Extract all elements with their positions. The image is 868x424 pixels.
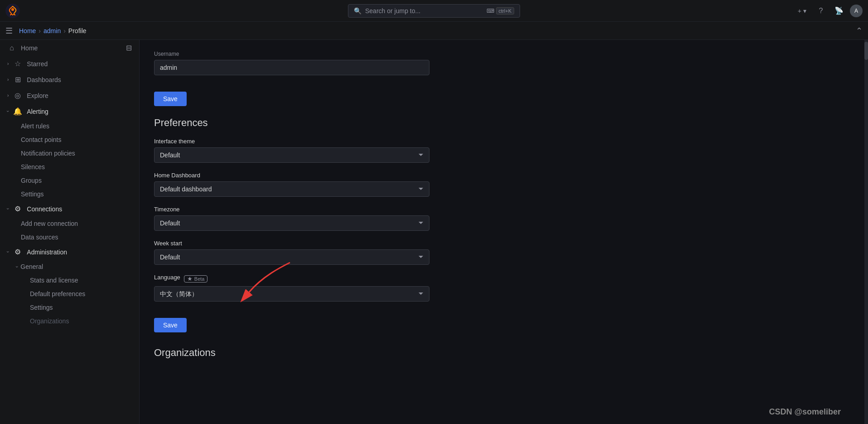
watermark: CSDN @someliber <box>769 407 841 417</box>
week-start-section: Week start Default Monday Saturday Sunda… <box>154 240 854 265</box>
interface-theme-select[interactable]: Default Dark Light <box>154 147 429 163</box>
chevron-alerting: › <box>5 111 10 112</box>
breadcrumb-sep-2: › <box>63 27 66 34</box>
sidebar-item-explore[interactable]: › ◎ Explore <box>0 88 139 103</box>
sidebar-item-home[interactable]: ⌂ Home ⊟ <box>0 40 139 56</box>
sidebar-item-settings-alerting[interactable]: Settings <box>0 187 139 201</box>
sidebar-item-connections[interactable]: › ⚙ Connections <box>0 201 139 217</box>
explore-icon: ◎ <box>13 91 22 100</box>
username-field-container: Username <box>154 51 854 75</box>
language-label-row: Language Beta <box>154 274 854 283</box>
sidebar-item-default-preferences[interactable]: Default preferences <box>0 287 139 301</box>
language-select[interactable]: 中文（简体） Default English Deutsch Español F… <box>154 286 429 302</box>
add-button[interactable]: + ▾ <box>794 5 810 16</box>
help-button[interactable]: ? <box>814 4 828 18</box>
sidebar-label-data-sources: Data sources <box>21 234 58 241</box>
week-start-field: Week start Default Monday Saturday Sunda… <box>154 240 854 265</box>
topbar: 🔍 Search or jump to... ⌨ ctrl+K + ▾ ? 📡 … <box>0 0 868 22</box>
timezone-select[interactable]: Default Browser Time UTC <box>154 215 429 231</box>
timezone-field: Timezone Default Browser Time UTC <box>154 206 854 231</box>
home-dashboard-label: Home Dashboard <box>154 172 854 179</box>
sidebar-item-starred[interactable]: › ☆ Starred <box>0 56 139 72</box>
sidebar-item-general[interactable]: › General <box>0 260 139 273</box>
language-label: Language <box>154 274 180 281</box>
interface-theme-field: Interface theme Default Dark Light <box>154 138 854 163</box>
plus-icon: + <box>798 7 801 15</box>
sidebar: ⌂ Home ⊟ › ☆ Starred › ⊞ Dashboards › ◎ … <box>0 40 140 424</box>
sidebar-label-general: General <box>20 263 43 270</box>
sidebar-label-groups: Groups <box>21 177 42 184</box>
svg-point-1 <box>11 8 14 11</box>
star-icon: ☆ <box>13 59 22 68</box>
username-input[interactable] <box>154 60 429 75</box>
sidebar-item-alert-rules[interactable]: Alert rules <box>0 119 139 133</box>
beta-icon <box>187 276 193 282</box>
sidebar-item-administration[interactable]: › ⚙ Administration <box>0 244 139 260</box>
sidebar-item-organizations[interactable]: Organizations <box>0 314 139 328</box>
add-chevron: ▾ <box>803 7 806 15</box>
breadcrumb-profile: Profile <box>68 27 87 34</box>
sidebar-label-notification-policies: Notification policies <box>21 150 75 157</box>
breadcrumb-home[interactable]: Home <box>19 27 36 34</box>
dashboards-icon: ⊞ <box>13 75 22 84</box>
week-start-select[interactable]: Default Monday Saturday Sunday <box>154 249 429 265</box>
sidebar-label-organizations: Organizations <box>30 317 69 325</box>
save-button-1[interactable]: Save <box>154 92 187 106</box>
sidebar-label-default-preferences: Default preferences <box>30 290 85 297</box>
breadcrumb-admin[interactable]: admin <box>43 27 61 34</box>
sidebar-label-starred: Starred <box>27 60 132 68</box>
main-layout: ⌂ Home ⊟ › ☆ Starred › ⊞ Dashboards › ◎ … <box>0 40 868 424</box>
sidebar-item-data-sources[interactable]: Data sources <box>0 230 139 244</box>
scrollbar-track[interactable] <box>864 40 868 424</box>
sidebar-item-settings-admin[interactable]: Settings <box>0 301 139 314</box>
sidebar-item-dashboards[interactable]: › ⊞ Dashboards <box>0 72 139 88</box>
chevron-explore: › <box>7 93 9 98</box>
sidebar-item-groups[interactable]: Groups <box>0 174 139 187</box>
connections-icon: ⚙ <box>13 205 22 213</box>
language-field: Language Beta 中文（简体） Default English Deu… <box>154 274 854 302</box>
help-icon: ? <box>819 7 823 15</box>
sidebar-label-connections: Connections <box>27 205 132 213</box>
sidebar-label-alerting: Alerting <box>27 108 132 115</box>
sidebar-label-administration: Administration <box>27 249 132 256</box>
week-start-label: Week start <box>154 240 854 247</box>
sidebar-label-settings-admin: Settings <box>30 304 53 311</box>
organizations-heading: Organizations <box>154 347 854 359</box>
sidebar-label-home: Home <box>21 44 121 52</box>
menu-icon[interactable]: ☰ <box>5 26 13 36</box>
sidebar-toggle-home[interactable]: ⊟ <box>126 44 132 52</box>
sidebar-item-contact-points[interactable]: Contact points <box>0 133 139 146</box>
sidebar-item-alerting[interactable]: › 🔔 Alerting <box>0 103 139 119</box>
search-placeholder: Search or jump to... <box>365 7 483 15</box>
grafana-logo[interactable] <box>5 4 20 18</box>
sidebar-label-settings-alerting: Settings <box>21 190 44 198</box>
sidebar-item-silences[interactable]: Silences <box>0 160 139 174</box>
home-dashboard-select[interactable]: Default dashboard <box>154 181 429 197</box>
collapse-icon[interactable]: ⌃ <box>856 26 863 36</box>
home-dashboard-field: Home Dashboard Default dashboard <box>154 172 854 197</box>
save-button-2[interactable]: Save <box>154 318 187 332</box>
beta-badge: Beta <box>184 275 208 283</box>
sidebar-label-alert-rules: Alert rules <box>21 122 49 130</box>
search-bar[interactable]: 🔍 Search or jump to... ⌨ ctrl+K <box>348 4 520 18</box>
content-area: Username Save Preferences Interface them… <box>140 40 868 424</box>
user-avatar[interactable]: A <box>850 5 863 17</box>
sidebar-label-silences: Silences <box>21 163 45 171</box>
sidebar-label-stats-license: Stats and license <box>30 277 78 284</box>
scrollbar-thumb[interactable] <box>864 42 868 60</box>
sidebar-label-explore: Explore <box>27 92 132 99</box>
preferences-heading: Preferences <box>154 117 854 129</box>
breadcrumb-sep-1: › <box>39 27 41 34</box>
sidebar-item-stats-license[interactable]: Stats and license <box>0 273 139 287</box>
chevron-starred: › <box>7 61 9 66</box>
administration-icon: ⚙ <box>13 248 22 256</box>
sidebar-label-dashboards: Dashboards <box>27 76 132 83</box>
timezone-label: Timezone <box>154 206 854 213</box>
username-label: Username <box>154 51 854 57</box>
chevron-dashboards: › <box>7 77 9 82</box>
search-shortcut: ⌨ ctrl+K <box>487 7 514 15</box>
sidebar-item-add-new-connection[interactable]: Add new connection <box>0 217 139 230</box>
news-button[interactable]: 📡 <box>832 4 846 18</box>
alerting-icon: 🔔 <box>13 107 22 116</box>
sidebar-item-notification-policies[interactable]: Notification policies <box>0 146 139 160</box>
